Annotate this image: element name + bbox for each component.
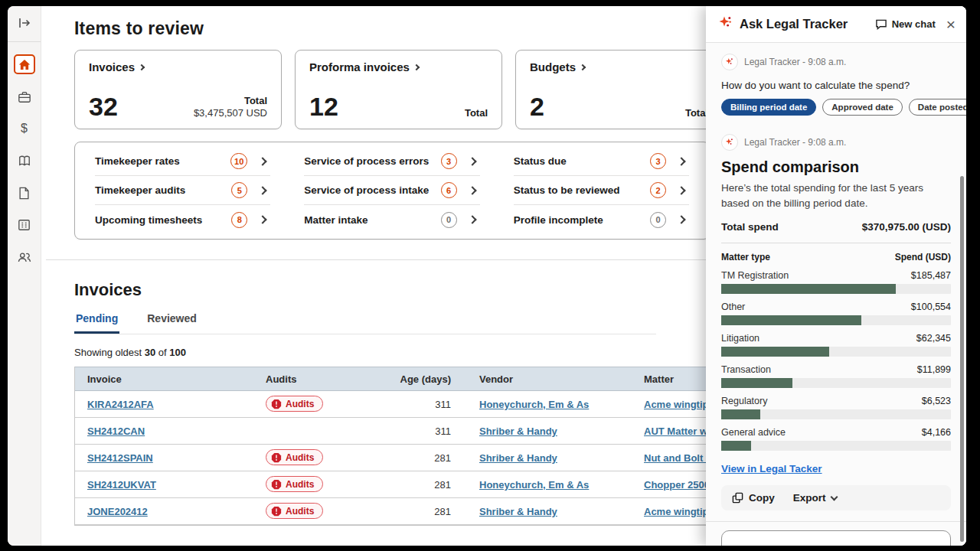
matter-link[interactable]: Acme wingtip (644, 399, 709, 410)
input-divider (706, 521, 966, 522)
card-total-value: $3,475,507 USD (194, 107, 267, 119)
matter-link[interactable]: AUT Matter wit (644, 425, 714, 437)
tab-pending[interactable]: Pending (74, 309, 119, 334)
sidebar-item-finance[interactable]: $ (14, 119, 35, 139)
review-link-timekeeper-audits[interactable]: Timekeeper audits 5 (95, 176, 270, 205)
invoice-link[interactable]: KIRA2412AFA (87, 399, 154, 410)
bar-value: $11,899 (917, 364, 951, 375)
alert-octagon-icon (271, 479, 282, 490)
age-value: 281 (385, 479, 469, 491)
chevron-right-icon (580, 64, 586, 70)
home-icon (18, 59, 31, 70)
matter-link[interactable]: Acme wingtip (644, 506, 709, 517)
spend-option-pills: Billing period date Approved date Date p… (721, 99, 951, 116)
invoice-link[interactable]: SH2412UKVAT (87, 479, 156, 491)
export-label: Export (793, 492, 826, 504)
view-in-legal-tracker-link[interactable]: View in Legal Tacker (721, 463, 822, 474)
sidebar-item-library[interactable] (14, 151, 35, 171)
review-link-label: Service of process errors (304, 155, 440, 167)
audits-badge[interactable]: Audits (266, 476, 323, 492)
sidebar-item-matters[interactable] (14, 86, 35, 106)
audits-badge[interactable]: Audits (266, 396, 323, 412)
app-window: $ Items to review Invoices (8, 6, 966, 546)
card-label: Invoices (89, 60, 135, 73)
vendor-link[interactable]: Shriber & Handy (479, 506, 557, 517)
review-link-status-to-be-reviewed[interactable]: Status to be reviewed 2 (514, 176, 689, 205)
sidebar: $ (8, 6, 41, 546)
vendor-link[interactable]: Honeychurch, Em & As (479, 479, 589, 491)
bar-category: Regulatory (721, 396, 767, 406)
briefcase-icon (18, 90, 31, 103)
invoice-link[interactable]: JONE202412 (87, 506, 148, 517)
vendor-link[interactable]: Honeychurch, Em & As (479, 399, 589, 410)
review-link-sop-intake[interactable]: Service of process intake 6 (304, 176, 479, 205)
review-link-sop-errors[interactable]: Service of process errors 3 (304, 147, 479, 176)
sidebar-item-people[interactable] (14, 247, 35, 267)
export-button[interactable]: Export (793, 492, 837, 504)
copy-icon (732, 492, 743, 504)
spend-bar-row: Other$100,554 (721, 302, 951, 325)
panel-body: Legal Tracker - 9:08 a.m. How do you wan… (706, 43, 966, 546)
count-badge: 0 (650, 212, 666, 228)
pill-approved-date[interactable]: Approved date (822, 99, 903, 116)
sidebar-collapse-button[interactable] (8, 17, 41, 42)
chevron-right-icon (468, 157, 476, 165)
card-budgets[interactable]: Budgets 2 Total (515, 50, 723, 129)
assistant-question: How do you want to calculate the spend? (721, 80, 951, 91)
col-header-audits: Audits (253, 373, 385, 385)
review-link-upcoming-timesheets[interactable]: Upcoming timesheets 8 (95, 205, 270, 234)
invoice-link[interactable]: SH2412SPAIN (87, 452, 153, 464)
bar-fill (721, 378, 792, 388)
spend-bar-row: Transaction$11,899 (721, 364, 951, 388)
sidebar-item-documents[interactable] (14, 183, 35, 203)
bar-track (721, 347, 951, 357)
bar-category: TM Registration (721, 270, 789, 281)
sidebar-item-reports[interactable] (14, 215, 35, 235)
chat-message-input[interactable] (721, 530, 951, 546)
chevron-right-icon (139, 64, 145, 70)
people-icon (17, 251, 31, 263)
copy-button[interactable]: Copy (732, 492, 775, 504)
sparkle-icon (725, 57, 734, 67)
assistant-avatar (721, 54, 738, 70)
matter-link[interactable]: Nut and Bolt B (644, 452, 713, 464)
bar-track (721, 378, 951, 388)
pill-billing-period-date[interactable]: Billing period date (721, 99, 816, 116)
age-value: 281 (385, 506, 469, 517)
chart-column-headers: Matter type Spend (USD) (721, 252, 951, 262)
count-badge: 10 (230, 153, 247, 169)
panel-divider (721, 243, 951, 243)
review-link-profile-incomplete[interactable]: Profile incomplete 0 (514, 205, 689, 234)
bar-fill (721, 409, 760, 419)
card-invoices[interactable]: Invoices 32 Total$3,475,507 USD (74, 50, 282, 129)
tab-reviewed[interactable]: Reviewed (145, 309, 198, 334)
review-link-matter-intake[interactable]: Matter intake 0 (304, 205, 479, 234)
pill-date-posted[interactable]: Date posted (909, 99, 966, 116)
card-total-label: Total (465, 107, 488, 119)
vendor-link[interactable]: Shriber & Handy (479, 452, 557, 464)
card-total-label: Total (194, 95, 267, 107)
dollar-icon: $ (21, 122, 28, 135)
new-chat-label: New chat (892, 18, 936, 30)
audits-badge[interactable]: Audits (266, 503, 323, 519)
review-link-label: Service of process intake (304, 184, 440, 196)
vendor-link[interactable]: Shriber & Handy (479, 425, 557, 437)
invoice-link[interactable]: SH2412CAN (87, 425, 145, 437)
sidebar-item-home[interactable] (14, 54, 35, 74)
card-proforma-invoices[interactable]: Proforma invoices 12 Total (295, 50, 502, 129)
spend-bar-row: TM Registration$185,487 (721, 270, 951, 294)
close-icon[interactable]: × (946, 16, 956, 32)
message-meta: Legal Tracker - 9:08 a.m. (721, 134, 951, 151)
bar-value: $62,345 (916, 333, 951, 344)
card-count: 32 (89, 93, 118, 119)
review-link-status-due[interactable]: Status due 3 (514, 147, 689, 176)
chevron-down-icon (830, 493, 838, 500)
review-link-timekeeper-rates[interactable]: Timekeeper rates 10 (95, 147, 270, 176)
spend-comparison-description: Here’s the total spending for the last 5… (721, 181, 951, 210)
audits-badge[interactable]: Audits (266, 449, 323, 465)
new-chat-button[interactable]: New chat (875, 18, 936, 30)
matter-link[interactable]: Chopper 2500 (644, 479, 710, 491)
spend-usd-header: Spend (USD) (895, 252, 951, 262)
panel-scrollbar[interactable] (960, 176, 964, 542)
sparkle-icon (718, 15, 733, 34)
